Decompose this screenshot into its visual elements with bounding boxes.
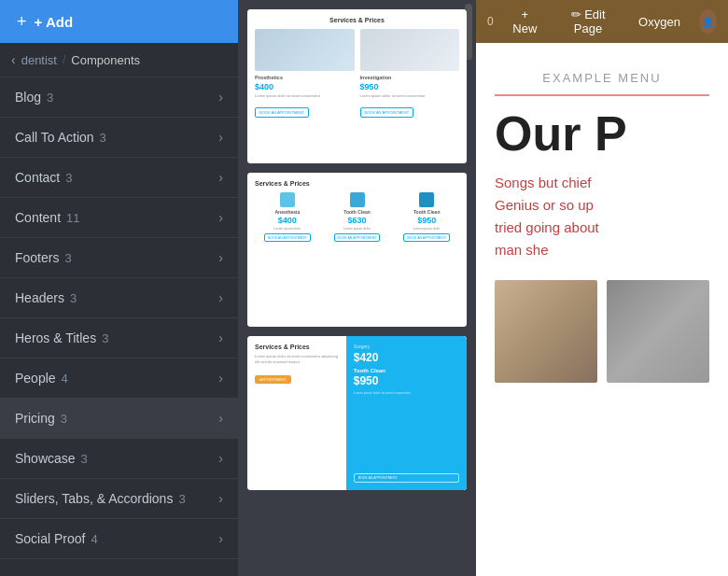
sidebar-count-showcase: 3 <box>81 452 88 466</box>
card2-desc1: Lorem ipsum dolor <box>273 227 301 231</box>
card2-price2: $630 <box>347 216 366 225</box>
card-1-preview: Services & Prices Prosthetics $400 Lorem… <box>247 9 467 163</box>
user-avatar[interactable]: 👤 <box>699 9 717 34</box>
card1-desc2: Lorem ipsum dolor sit amet consectetur <box>360 93 460 98</box>
sidebar-item-content[interactable]: Content 11 › <box>0 198 238 238</box>
chevron-right-icon: › <box>218 491 223 506</box>
sidebar: + + Add ‹ dentist / Components Blog 3 › … <box>0 0 238 576</box>
sidebar-item-showcase[interactable]: Showcase 3 › <box>0 439 238 479</box>
chevron-right-icon: › <box>218 130 223 145</box>
oxygen-button[interactable]: Oxygen <box>631 11 688 33</box>
page-content: EXAMPLE MENU Our P Songs but chief Geniu… <box>476 43 728 576</box>
chevron-right-icon: › <box>218 531 223 546</box>
card1-service1: Prosthetics <box>255 75 355 80</box>
card1-desc1: Lorem ipsum dolor sit amet consectetur <box>255 93 355 98</box>
template-card-1[interactable]: Services & Prices Prosthetics $400 Lorem… <box>247 9 467 163</box>
card2-service2: Tooth Clean <box>343 209 371 215</box>
card3-right-service: Tooth Clean <box>354 368 459 373</box>
sidebar-item-blog[interactable]: Blog 3 › <box>0 77 238 118</box>
sidebar-item-contact[interactable]: Contact 3 › <box>0 158 238 198</box>
card1-price2: $950 <box>360 82 460 91</box>
card3-left-button: APPOINTMENT <box>255 375 291 384</box>
chevron-right-icon: › <box>218 330 223 345</box>
card2-price1: $400 <box>278 216 297 225</box>
chevron-right-icon: › <box>218 371 223 386</box>
card2-price3: $950 <box>417 216 436 225</box>
new-button[interactable]: + New <box>505 4 545 39</box>
card1-btn1: BOOK AN APPOINTMENT <box>255 107 309 118</box>
page-heading: Our P <box>495 107 709 161</box>
sidebar-count-social-proof: 4 <box>91 532 97 546</box>
card-2-preview: Services & Prices Anesthesia $400 Lorem … <box>247 173 467 327</box>
card2-service1: Anesthesia <box>274 209 300 215</box>
template-card-3[interactable]: Services & Prices Lorem ipsum dolor sit … <box>247 336 467 490</box>
card2-title: Services & Prices <box>255 180 459 187</box>
sidebar-count-pricing: 3 <box>61 412 67 426</box>
template-cards-panel: Services & Prices Prosthetics $400 Lorem… <box>238 0 476 576</box>
sidebar-item-headers[interactable]: Headers 3 › <box>0 278 238 318</box>
sidebar-label-showcase: Showcase <box>15 451 76 466</box>
plus-icon: + <box>17 12 27 32</box>
sidebar-label-contact: Contact <box>15 170 60 185</box>
card2-btn1: BOOK AN APPOINTMENT <box>264 233 311 242</box>
card3-right-desc: Lorem ipsum dolor sit amet consectetur <box>354 391 459 470</box>
card-3-preview: Services & Prices Lorem ipsum dolor sit … <box>247 336 467 490</box>
sidebar-label-sliders: Sliders, Tabs, & Accordions <box>15 491 173 506</box>
breadcrumb-separator: / <box>63 53 65 66</box>
add-button[interactable]: + + Add <box>0 0 238 43</box>
people-row <box>495 280 709 383</box>
card1-title: Services & Prices <box>255 17 459 23</box>
sidebar-count-sliders: 3 <box>178 492 185 506</box>
breadcrumb-current: Components <box>71 53 140 67</box>
page-subtext: Songs but chief Genius or so up tried go… <box>495 172 709 261</box>
card2-icon1 <box>280 192 295 207</box>
card1-btn2: BOOK AN APPOINTMENT <box>360 107 414 118</box>
sidebar-item-social-proof[interactable]: Social Proof 4 › <box>0 519 238 559</box>
chevron-right-icon: › <box>218 290 223 305</box>
template-card-2[interactable]: Services & Prices Anesthesia $400 Lorem … <box>247 173 467 327</box>
page-preview: 0 + New ✏ Edit Page Oxygen 👤 EXAMPLE MEN… <box>476 0 728 576</box>
sidebar-count-blog: 3 <box>47 91 53 105</box>
topbar-number: 0 <box>487 15 494 28</box>
card3-left-desc: Lorem ipsum dolor sit amet consectetur a… <box>255 354 339 364</box>
sidebar-label-people: People <box>15 371 56 386</box>
card3-right-label: Surgery <box>354 344 459 349</box>
sidebar-item-call-to-action[interactable]: Call To Action 3 › <box>0 118 238 158</box>
breadcrumb-site[interactable]: dentist <box>21 53 57 67</box>
sidebar-label-blog: Blog <box>15 90 41 105</box>
sidebar-count-headers: 3 <box>70 291 77 305</box>
chevron-right-icon: › <box>218 90 223 105</box>
sidebar-label-heros-titles: Heros & Titles <box>15 330 96 345</box>
card2-service3: Tooth Clean <box>413 209 441 215</box>
sidebar-label-footers: Footers <box>15 250 59 265</box>
sidebar-label-pricing: Pricing <box>15 411 55 426</box>
card2-desc2: Lorem ipsum dolor <box>343 227 371 231</box>
sidebar-label-headers: Headers <box>15 290 64 305</box>
chevron-right-icon: › <box>218 451 223 466</box>
sidebar-item-footers[interactable]: Footers 3 › <box>0 238 238 278</box>
sidebar-item-pricing[interactable]: Pricing 3 › <box>0 399 238 439</box>
sidebar-item-people[interactable]: People 4 › <box>0 358 238 399</box>
card1-service2: Investigation <box>360 75 460 80</box>
back-arrow-icon[interactable]: ‹ <box>11 52 16 67</box>
sidebar-count-heros-titles: 3 <box>102 331 108 345</box>
edit-page-button[interactable]: ✏ Edit Page <box>556 4 620 39</box>
sidebar-item-heros-titles[interactable]: Heros & Titles 3 › <box>0 318 238 358</box>
sidebar-count-people: 4 <box>62 372 68 386</box>
card3-right-price: $420 <box>354 351 459 364</box>
card2-icon2 <box>350 192 365 207</box>
sidebar-count-call-to-action: 3 <box>100 131 106 145</box>
avatar-icon: 👤 <box>702 17 713 27</box>
card3-right-button: BOOK AN APPOINTMENT <box>354 473 459 483</box>
card2-btn2: BOOK AN APPOINTMENT <box>334 233 381 242</box>
card3-right-price2: $950 <box>354 374 459 387</box>
chevron-right-icon: › <box>218 170 223 185</box>
card2-btn3: BOOK AN APPOINTMENT <box>403 233 450 242</box>
sidebar-label-content: Content <box>15 210 61 225</box>
breadcrumb: ‹ dentist / Components <box>0 43 238 77</box>
sidebar-item-sliders[interactable]: Sliders, Tabs, & Accordions 3 › <box>0 479 238 519</box>
sidebar-count-contact: 3 <box>65 171 72 185</box>
card3-left-title: Services & Prices <box>255 344 339 350</box>
card2-desc3: Lorem ipsum dolor <box>413 227 441 231</box>
example-menu: EXAMPLE MENU <box>495 71 709 96</box>
